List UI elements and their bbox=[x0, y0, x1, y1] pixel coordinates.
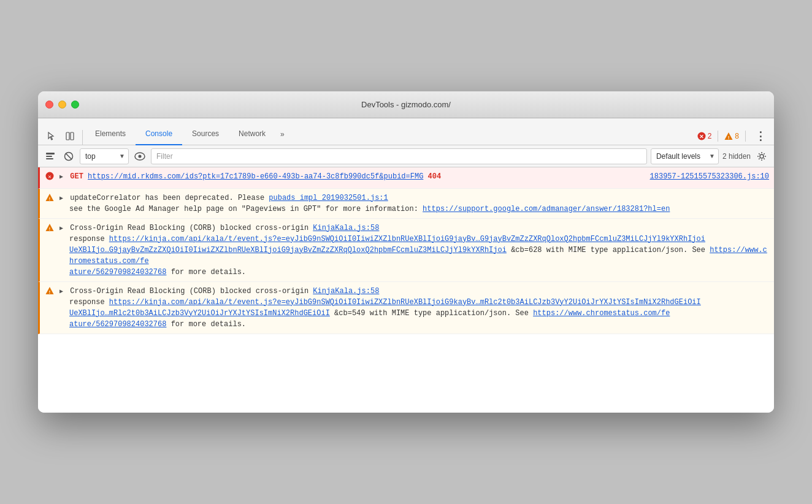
warning-line-3c: UeXBlIjo…G9jayBvZmZzZXQiOiI0IiwiZXZlbnRU… bbox=[59, 245, 769, 267]
warning-line-4c: UeXBlIjo…mRlc2t0b3AiLCJzb3VyY2UiOiJrYXJt… bbox=[59, 308, 769, 319]
close-button[interactable] bbox=[45, 101, 53, 109]
svg-point-12 bbox=[139, 155, 142, 158]
maximize-button[interactable] bbox=[71, 101, 79, 109]
kebab-menu-button[interactable]: ⋮ bbox=[752, 128, 769, 145]
warning-text-4d: for more details. bbox=[171, 320, 246, 329]
console-message-error-1: ✕ ▶ GET https://mid.rkdms.com/ids?ptk=17… bbox=[38, 167, 774, 189]
console-toolbar: top ▼ Default levels ▼ 2 hidden bbox=[38, 145, 774, 167]
warning-url-3[interactable]: https://kinja.com/api/kala/t/event.js?e=… bbox=[109, 235, 705, 243]
level-select[interactable]: Default levels bbox=[651, 148, 719, 164]
hidden-count: 2 hidden bbox=[722, 152, 751, 161]
warning-line-1: ▶ updateCorrelator has been deprecated. … bbox=[59, 193, 769, 204]
console-messages: ✕ ▶ GET https://mid.rkdms.com/ids?ptk=17… bbox=[38, 167, 774, 413]
console-message-warning-4: ! ▶ Cross-Origin Read Blocking (CORB) bl… bbox=[38, 282, 774, 334]
svg-text:!: ! bbox=[48, 289, 52, 294]
warning-chromestatus-3b[interactable]: ature/5629709824032768 bbox=[69, 268, 166, 277]
console-message-warning-3: ! ▶ Cross-Origin Read Blocking (CORB) bl… bbox=[38, 219, 774, 282]
svg-text:✕: ✕ bbox=[699, 134, 704, 140]
error-circle-icon: ✕ bbox=[697, 132, 706, 140]
error-url-1[interactable]: https://mid.rkdms.com/ids?ptk=17c1789b-e… bbox=[88, 172, 423, 181]
warning-line-3b: response https://kinja.com/api/kala/t/ev… bbox=[59, 234, 769, 245]
svg-text:!: ! bbox=[728, 135, 730, 140]
get-label: GET bbox=[70, 172, 88, 181]
stop-icon bbox=[64, 151, 74, 161]
play-icon bbox=[45, 151, 55, 161]
warning-icon-3: ! bbox=[45, 223, 55, 236]
tab-console[interactable]: Console bbox=[136, 123, 182, 145]
context-select-wrapper: top ▼ bbox=[80, 148, 129, 164]
error-code-1: 404 bbox=[428, 172, 442, 181]
gear-icon bbox=[757, 151, 767, 161]
warning-text-3a: Cross-Origin Read Blocking (CORB) blocke… bbox=[70, 224, 313, 232]
warning-source-link-4[interactable]: KinjaKala.js:58 bbox=[313, 287, 379, 296]
svg-line-10 bbox=[66, 153, 72, 159]
console-message-warning-2: ! ▶ updateCorrelator has been deprecated… bbox=[38, 189, 774, 219]
badge-divider bbox=[718, 131, 718, 142]
expand-arrow-1[interactable]: ▶ bbox=[59, 174, 63, 180]
message-source-1[interactable]: 183957-12515575323306.js:10 bbox=[650, 171, 769, 182]
warning-text-3b: response bbox=[69, 235, 109, 243]
warning-triangle-icon-msg-4: ! bbox=[45, 286, 54, 295]
warning-triangle-icon-msg: ! bbox=[45, 193, 54, 202]
tab-divider bbox=[82, 130, 83, 145]
svg-text:✕: ✕ bbox=[48, 174, 51, 180]
warning-badge[interactable]: ! 8 bbox=[724, 132, 739, 140]
warning-text-4a: Cross-Origin Read Blocking (CORB) blocke… bbox=[70, 287, 313, 296]
warning-url-4b[interactable]: UeXBlIjo…mRlc2t0b3AiLCJzb3VyY2UiOiJrYXJt… bbox=[69, 309, 330, 318]
svg-rect-1 bbox=[71, 132, 74, 140]
tab-network[interactable]: Network bbox=[229, 123, 275, 145]
error-badge[interactable]: ✕ 2 bbox=[697, 132, 712, 140]
warning-text-3c: with MIME type application/json. See bbox=[546, 246, 710, 254]
tab-elements[interactable]: Elements bbox=[85, 123, 136, 145]
warning-text-2a: updateCorrelator has been deprecated. Pl… bbox=[70, 194, 269, 202]
svg-rect-7 bbox=[46, 156, 52, 157]
warning-icon-4: ! bbox=[45, 286, 55, 299]
warning-source-link-3[interactable]: KinjaKala.js:58 bbox=[313, 224, 379, 232]
warning-chromestatus-4b[interactable]: ature/5629709824032768 bbox=[69, 320, 166, 329]
stop-button[interactable] bbox=[61, 149, 76, 164]
gear-icon-button[interactable] bbox=[754, 149, 769, 164]
svg-point-13 bbox=[760, 155, 764, 158]
error-icon-1: ✕ bbox=[45, 172, 55, 185]
expand-arrow-4[interactable]: ▶ bbox=[59, 288, 63, 295]
message-content-4: ▶ Cross-Origin Read Blocking (CORB) bloc… bbox=[59, 286, 769, 330]
warning-text-4c: with MIME type application/json. See bbox=[370, 309, 533, 318]
warning-url-2[interactable]: https://support.google.com/admanager/ans… bbox=[423, 205, 670, 213]
warning-line-4d: ature/5629709824032768 for more details. bbox=[59, 319, 769, 330]
devtools-window: DevTools - gizmodo.com/ Elements Console… bbox=[38, 91, 774, 413]
window-title: DevTools - gizmodo.com/ bbox=[361, 100, 451, 109]
warning-line-2: see the Google Ad Manager help page on "… bbox=[59, 204, 769, 215]
error-circle-icon-msg: ✕ bbox=[45, 172, 54, 180]
expand-arrow-2[interactable]: ▶ bbox=[59, 195, 63, 202]
context-select[interactable]: top bbox=[80, 148, 129, 164]
warning-source-link-2[interactable]: pubads_impl_2019032501.js:1 bbox=[269, 194, 388, 202]
filter-input[interactable] bbox=[151, 148, 647, 164]
svg-text:!: ! bbox=[48, 196, 52, 201]
tab-sources[interactable]: Sources bbox=[182, 123, 229, 145]
warning-line-3d: ature/5629709824032768 for more details. bbox=[59, 267, 769, 278]
traffic-lights bbox=[45, 101, 79, 109]
message-content-2: ▶ updateCorrelator has been deprecated. … bbox=[59, 193, 769, 215]
title-bar: DevTools - gizmodo.com/ bbox=[38, 91, 774, 118]
warning-url-4[interactable]: https://kinja.com/api/kala/t/event.js?e=… bbox=[109, 298, 701, 307]
warning-line-4a: ▶ Cross-Origin Read Blocking (CORB) bloc… bbox=[59, 286, 769, 297]
badge-divider2 bbox=[745, 131, 746, 142]
tab-more-button[interactable]: » bbox=[275, 124, 289, 145]
minimize-button[interactable] bbox=[58, 101, 66, 109]
eye-icon-button[interactable] bbox=[132, 149, 147, 164]
warning-url-3b[interactable]: UeXBlIjo…G9jayBvZmZzZXQiOiI0IiwiZXZlbnRU… bbox=[69, 246, 507, 254]
svg-rect-6 bbox=[46, 153, 55, 155]
message-content-1: ▶ GET https://mid.rkdms.com/ids?ptk=17c1… bbox=[59, 171, 645, 182]
warning-triangle-icon-msg-3: ! bbox=[45, 223, 54, 232]
warning-text-4b: response bbox=[69, 298, 109, 307]
layers-icon-button[interactable] bbox=[61, 128, 79, 145]
tab-right-section: ✕ 2 ! 8 ⋮ bbox=[697, 128, 769, 145]
warning-chromestatus-4[interactable]: https://www.chromestatus.com/fe bbox=[533, 309, 670, 318]
svg-text:!: ! bbox=[48, 226, 52, 231]
play-button[interactable] bbox=[43, 149, 58, 164]
cursor-icon-button[interactable] bbox=[43, 128, 60, 145]
warning-triangle-icon: ! bbox=[724, 132, 733, 140]
expand-arrow-3[interactable]: ▶ bbox=[59, 225, 63, 232]
message-content-3: ▶ Cross-Origin Read Blocking (CORB) bloc… bbox=[59, 223, 769, 278]
error-count: 2 bbox=[708, 132, 712, 140]
